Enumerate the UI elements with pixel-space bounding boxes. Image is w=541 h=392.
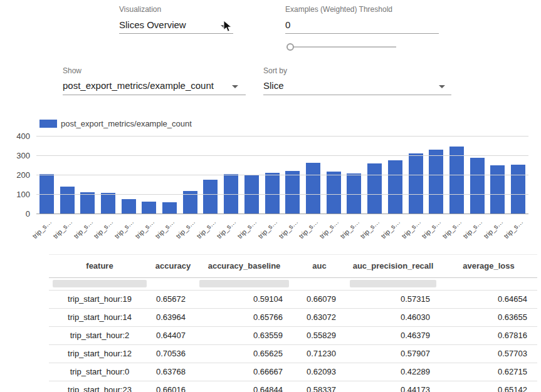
filter-input[interactable] [199,280,289,287]
gridline [36,136,528,137]
bar[interactable] [122,199,136,214]
filter-input[interactable] [350,280,436,287]
gridline [36,175,528,175]
column-header-auc_precision_recall[interactable]: auc_precision_recall [346,255,440,277]
metric-cell: 0.65625 [196,345,293,363]
sortby-underline [263,95,451,95]
table-row[interactable]: trip_start_hour:120.705360.656250.712300… [49,345,537,363]
metric-cell: 0.46030 [346,309,440,326]
bar[interactable] [285,171,300,214]
column-header-accuracy[interactable]: accuracy [150,255,196,277]
bar[interactable] [101,193,115,214]
column-header-accuracy_baseline[interactable]: accuracy_baseline [196,255,293,277]
visualization-underline [119,33,233,34]
table-row[interactable]: trip_start_hour:00.637680.666670.620930.… [49,363,537,381]
gridline [36,214,528,214]
slider-handle[interactable] [286,43,294,51]
metric-cell: 0.66667 [196,363,293,381]
metric-cell: 0.64844 [196,381,293,392]
column-header-feature[interactable]: feature [49,255,150,277]
mouse-cursor-icon [223,20,233,35]
threshold-label: Examples (Weighted) Threshold [285,5,392,14]
metric-cell: 0.63072 [293,309,346,326]
threshold-input[interactable]: 0 [285,19,290,30]
metric-cell: 0.44173 [346,381,440,392]
metric-cell: 0.57315 [346,291,440,308]
feature-cell: trip_start_hour:19 [49,291,150,308]
bar[interactable] [327,172,341,215]
bar[interactable] [306,163,320,214]
column-header-auc[interactable]: auc [293,255,346,277]
bar[interactable] [388,160,402,214]
table-filter-row [49,278,537,291]
column-header-average_loss[interactable]: average_loss [440,255,537,277]
metric-cell: 0.67816 [440,327,537,344]
table-body: trip_start_hour:190.656720.591040.660790… [49,291,537,392]
table-row[interactable]: trip_start_hour:140.639640.657660.630720… [49,309,537,327]
x-axis-labels: trip_s…trip_s…trip_s…trip_s…trip_s…trip_… [36,215,528,247]
metric-cell: 0.57907 [346,345,440,363]
metric-cell: 0.42289 [346,363,440,381]
metric-cell: 0.63964 [150,309,196,326]
y-axis-tick: 200 [5,170,30,180]
filter-cell [440,278,537,290]
bar[interactable] [470,158,485,214]
legend-label: post_export_metrics/example_count [61,119,192,128]
feature-cell: trip_start_hour:0 [49,363,150,381]
bar[interactable] [265,173,280,214]
bar[interactable] [511,165,525,214]
table-row[interactable]: trip_start_hour:20.644070.635590.558290.… [49,327,537,345]
bar[interactable] [429,150,443,214]
metric-cell: 0.63768 [150,363,196,381]
x-axis-tick: trip_s… [31,218,53,240]
metric-cell: 0.64654 [440,291,537,308]
metric-cell: 0.71230 [293,345,346,363]
bar[interactable] [449,147,464,215]
y-axis-tick: 0 [5,209,30,219]
table-header-row: featureaccuracyaccuracy_baselineaucauc_p… [49,255,537,278]
feature-cell: trip_start_hour:12 [49,345,150,363]
bar[interactable] [80,192,95,214]
show-underline [63,95,246,95]
chevron-down-icon[interactable] [232,85,238,88]
bar[interactable] [490,165,505,214]
visualization-select[interactable]: Slices Overview [119,19,186,30]
table-row[interactable]: trip_start_hour:230.660160.648440.583370… [49,381,537,392]
metric-cell: 0.62715 [440,363,537,381]
filter-cell [293,278,346,290]
metric-cell: 0.65142 [440,381,537,392]
y-axis-tick: 100 [5,190,30,199]
metric-cell: 0.65766 [196,309,293,326]
metric-cell: 0.70536 [150,345,196,363]
table-row[interactable]: trip_start_hour:190.656720.591040.660790… [49,291,537,309]
filter-cell [150,278,196,290]
metric-cell: 0.59104 [196,291,293,308]
metric-cell: 0.62093 [293,363,346,381]
gridline [36,155,528,156]
filter-input[interactable] [53,280,147,287]
bar[interactable] [367,163,382,214]
y-axis-tick: 400 [5,132,30,141]
bar[interactable] [409,153,423,214]
bar[interactable] [60,187,75,214]
gridline [36,194,528,195]
bar[interactable] [142,202,156,214]
metric-cell: 0.58337 [293,381,346,392]
bar[interactable] [162,202,177,214]
visualization-label: Visualization [119,5,161,14]
bar-group [36,137,528,214]
metric-cell: 0.63559 [196,327,293,344]
show-label: Show [63,66,81,75]
bar[interactable] [203,180,218,214]
metric-cell: 0.55829 [293,327,346,344]
chevron-down-icon[interactable] [439,85,445,88]
threshold-slider[interactable] [290,46,396,48]
slicing-metrics-browser: Visualization Slices Overview Examples (… [0,0,541,392]
sortby-label: Sort by [263,66,287,75]
sortby-select[interactable]: Slice [263,80,284,91]
filter-cell [346,278,440,290]
metric-cell: 0.63655 [440,309,537,326]
metric-cell: 0.46379 [346,327,440,344]
show-select[interactable]: post_export_metrics/example_count [63,80,214,91]
metric-cell: 0.66016 [150,381,196,392]
